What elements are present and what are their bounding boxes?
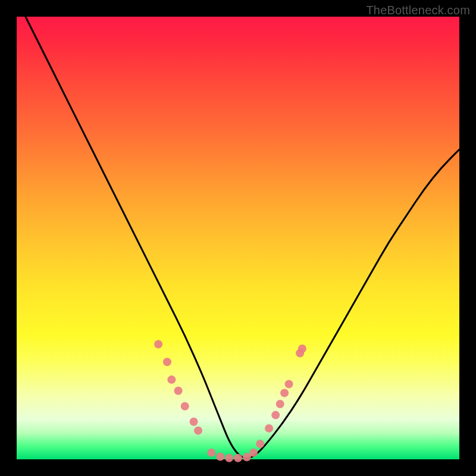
highlight-point — [249, 449, 258, 457]
highlight-point — [225, 454, 233, 462]
highlight-point — [298, 345, 306, 353]
highlight-point — [256, 440, 264, 448]
highlight-point — [194, 427, 202, 435]
chart-frame: TheBottleneck.com — [0, 0, 476, 476]
watermark-text: TheBottleneck.com — [366, 4, 470, 17]
highlight-point — [154, 340, 162, 349]
highlight-point — [174, 387, 183, 395]
highlight-point — [265, 424, 273, 433]
highlight-point — [207, 449, 215, 457]
highlight-point — [216, 453, 224, 461]
bottleneck-curve — [26, 17, 459, 458]
highlight-point — [163, 358, 171, 366]
highlight-point — [280, 389, 289, 397]
highlight-point — [167, 375, 176, 384]
curve-layer — [26, 17, 459, 458]
highlight-point — [271, 411, 280, 419]
highlight-point — [276, 400, 284, 408]
highlight-point — [181, 402, 189, 411]
highlight-point — [285, 380, 293, 389]
highlight-point — [234, 454, 242, 462]
chart-svg — [17, 17, 459, 459]
highlight-point — [190, 418, 198, 426]
plot-area — [17, 17, 459, 459]
